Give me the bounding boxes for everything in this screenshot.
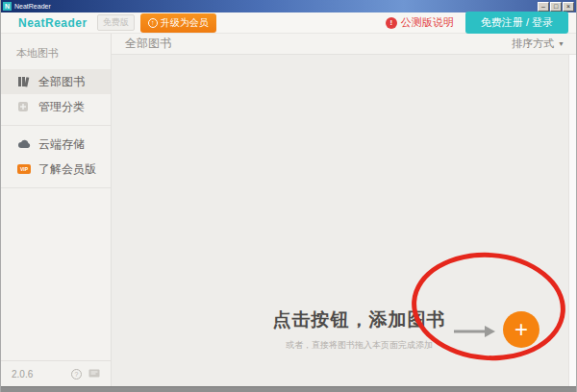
sidebar-item-member-version[interactable]: VIP 了解会员版 — [1, 157, 111, 182]
sidebar-divider — [1, 125, 111, 126]
sidebar-item-label: 管理分类 — [38, 99, 85, 115]
page-title: 全部图书 — [125, 36, 171, 52]
version-label: 2.0.6 — [12, 369, 33, 380]
sidebar-item-label: 云端存储 — [38, 136, 85, 153]
categories-icon — [17, 101, 31, 112]
vip-icon-text: VIP — [17, 164, 31, 174]
sort-dropdown[interactable]: 排序方式 ▼ — [512, 37, 564, 51]
sidebar: 本地图书 全部图书 管理分类 云端存储 — [1, 34, 112, 386]
close-button[interactable]: × — [563, 2, 574, 12]
sidebar-item-manage-categories[interactable]: 管理分类 — [1, 94, 111, 119]
sidebar-item-label: 全部图书 — [38, 74, 85, 90]
sidebar-item-cloud-storage[interactable]: 云端存储 — [1, 132, 111, 157]
main-area: 全部图书 排序方式 ▼ 点击按钮，添加图书 或者，直接将图书拖入本页面完成添加 … — [112, 34, 576, 386]
empty-state-text: 点击按钮，添加图书 或者，直接将图书拖入本页面完成添加 — [265, 307, 453, 352]
sort-label: 排序方式 — [512, 37, 554, 51]
empty-state-subtext: 或者，直接将图书拖入本页面完成添加 — [265, 339, 453, 352]
upgrade-member-button[interactable]: ↑ 升级为会员 — [140, 13, 216, 33]
app-window-icon: N — [3, 2, 12, 11]
close-icon: × — [566, 3, 570, 10]
register-login-button[interactable]: 免费注册 / 登录 — [465, 12, 568, 34]
app-body: 本地图书 全部图书 管理分类 云端存储 — [1, 34, 576, 386]
footer-icons: ? — [71, 365, 100, 382]
sidebar-footer: 2.0.6 ? — [1, 360, 111, 386]
free-version-badge: 免费版 — [97, 14, 135, 31]
app-header-right: ! 公测版说明 免费注册 / 登录 — [386, 12, 568, 34]
beta-note-label: 公测版说明 — [401, 15, 454, 30]
app-header: NeatReader 免费版 ↑ 升级为会员 ! 公测版说明 免费注册 / 登录 — [1, 12, 576, 34]
main-header: 全部图书 排序方式 ▼ — [112, 34, 576, 55]
app-window-icon-letter: N — [5, 3, 10, 10]
window-title: NeatReader — [14, 2, 51, 11]
window-bottom-border — [1, 386, 576, 392]
pointer-arrow-icon — [454, 325, 496, 342]
sidebar-item-label: 了解会员版 — [38, 161, 96, 178]
scrollbar[interactable] — [568, 55, 576, 386]
sidebar-divider — [1, 187, 111, 188]
help-icon[interactable]: ? — [71, 369, 82, 380]
add-book-button[interactable]: + — [503, 311, 539, 348]
window-controls: – □ × — [538, 2, 574, 12]
empty-state-headline: 点击按钮，添加图书 — [265, 307, 453, 332]
vip-icon: VIP — [17, 164, 31, 174]
library-content: 点击按钮，添加图书 或者，直接将图书拖入本页面完成添加 + — [112, 55, 576, 386]
minimize-icon: – — [541, 3, 545, 10]
upgrade-arrow-icon: ↑ — [148, 18, 158, 28]
sidebar-item-all-books[interactable]: 全部图书 — [1, 69, 111, 94]
sidebar-section-local-books: 本地图书 — [1, 34, 111, 69]
app-logo: NeatReader — [18, 16, 88, 30]
maximize-icon: □ — [554, 3, 558, 10]
upgrade-member-label: 升级为会员 — [161, 16, 209, 30]
minimize-button[interactable]: – — [538, 2, 549, 12]
app-window: N NeatReader – □ × NeatReader 免费版 ↑ 升级为会… — [0, 0, 577, 392]
chevron-down-icon: ▼ — [558, 40, 564, 47]
beta-note-link[interactable]: ! 公测版说明 — [386, 15, 454, 30]
books-icon — [17, 76, 31, 87]
feedback-icon[interactable] — [88, 365, 100, 382]
info-icon: ! — [386, 17, 397, 29]
maximize-button[interactable]: □ — [550, 2, 562, 12]
cloud-icon — [17, 139, 31, 149]
